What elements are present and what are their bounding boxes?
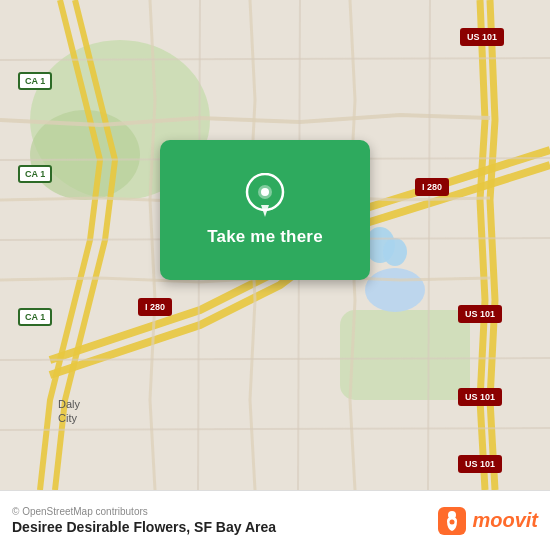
svg-text:Daly: Daly [58,398,81,410]
svg-point-4 [365,268,425,312]
map-container: Daly City US 101 CA 1 CA 1 I 280 I 280 U… [0,0,550,490]
svg-point-6 [383,238,407,266]
place-info: © OpenStreetMap contributors Desiree Des… [12,506,276,535]
svg-point-11 [261,188,269,196]
road-sign-us101-top: US 101 [460,28,504,46]
copyright-text: © OpenStreetMap contributors [12,506,276,517]
place-name: Desiree Desirable Flowers, SF Bay Area [12,519,276,535]
svg-rect-3 [340,310,470,400]
road-sign-us101-mid: US 101 [458,305,502,323]
take-me-there-label: Take me there [207,227,323,247]
road-sign-ca1-mid: CA 1 [18,165,52,183]
svg-point-14 [450,519,455,524]
road-sign-us101-bottom: US 101 [458,455,502,473]
road-sign-ca1-bottom: CA 1 [18,308,52,326]
bottom-bar: © OpenStreetMap contributors Desiree Des… [0,490,550,550]
take-me-there-button[interactable]: Take me there [160,140,370,280]
road-sign-i280-right: I 280 [415,178,449,196]
moovit-logo: moovit [438,507,538,535]
moovit-label: moovit [472,509,538,532]
road-sign-ca1-top: CA 1 [18,72,52,90]
svg-text:City: City [58,412,77,424]
moovit-icon [438,507,466,535]
road-sign-us101-lower: US 101 [458,388,502,406]
location-pin-icon [243,173,287,217]
road-sign-i280-bottom: I 280 [138,298,172,316]
